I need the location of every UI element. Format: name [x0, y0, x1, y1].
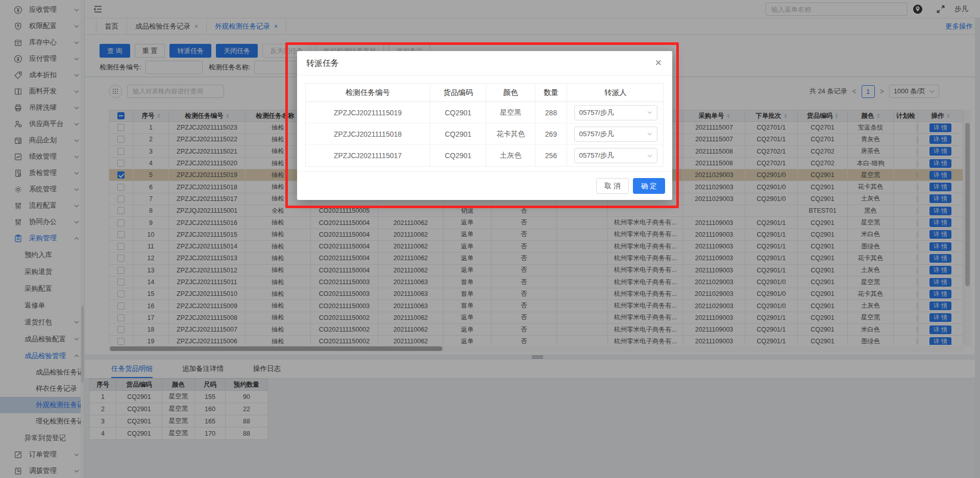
modal-cell: CQ2901 [430, 123, 486, 144]
assignee-select-value: 05757/步凡 [579, 151, 647, 160]
modal-table-row: ZPZJCJ20211115019CQ2901星空黑28805757/步凡 [306, 102, 663, 123]
confirm-button[interactable]: 确 定 [633, 178, 665, 194]
modal-assignee-cell: 05757/步凡 [567, 102, 664, 123]
modal-table-header: 检测任务编号货品编码颜色数量转派人 [306, 84, 663, 102]
app-root: 应收管理权限配置库存中心应付管理成本折扣面料开发吊牌洗唛供应商平台商品企划绩效管… [0, 0, 980, 478]
chevron-down-icon [647, 154, 652, 158]
modal-table: 检测任务编号货品编码颜色数量转派人ZPZJCJ20211115019CQ2901… [305, 83, 664, 167]
modal-cell: CQ2901 [430, 145, 486, 166]
modal-cell: 288 [535, 102, 567, 123]
modal-column-header: 货品编码 [430, 84, 486, 102]
assignee-select[interactable]: 05757/步凡 [574, 148, 657, 163]
modal-cell: 256 [535, 145, 567, 166]
modal-assignee-cell: 05757/步凡 [567, 123, 664, 144]
modal-column-header: 数量 [535, 84, 567, 102]
assignee-select-value: 05757/步凡 [579, 130, 647, 139]
transfer-task-modal: 转派任务 ✕ 检测任务编号货品编码颜色数量转派人ZPZJCJ2021111501… [297, 51, 672, 200]
assignee-select[interactable]: 05757/步凡 [574, 105, 657, 120]
modal-cell: 269 [535, 123, 567, 144]
modal-cell: ZPZJCJ20211115018 [306, 123, 430, 144]
modal-cell: 土灰色 [486, 145, 535, 166]
modal-title: 转派任务 [306, 58, 339, 69]
close-icon[interactable]: ✕ [655, 58, 662, 68]
modal-header: 转派任务 ✕ [297, 51, 672, 76]
cancel-button[interactable]: 取 消 [596, 178, 629, 194]
chevron-down-icon [647, 132, 652, 136]
modal-assignee-cell: 05757/步凡 [567, 145, 664, 166]
modal-footer: 取 消 确 定 [297, 171, 672, 200]
assignee-select[interactable]: 05757/步凡 [574, 127, 657, 142]
modal-column-header: 转派人 [567, 84, 664, 102]
modal-cell: ZPZJCJ20211115019 [306, 102, 430, 123]
modal-cell: 星空黑 [486, 102, 535, 123]
modal-cell: CQ2901 [430, 102, 486, 123]
modal-column-header: 颜色 [486, 84, 535, 102]
assignee-select-value: 05757/步凡 [579, 108, 647, 117]
modal-cell: ZPZJCJ20211115017 [306, 145, 430, 166]
modal-cell: 花卡其色 [486, 123, 535, 144]
modal-table-row: ZPZJCJ20211115017CQ2901土灰色25605757/步凡 [306, 145, 663, 166]
modal-table-row: ZPZJCJ20211115018CQ2901花卡其色26905757/步凡 [306, 123, 663, 145]
modal-column-header: 检测任务编号 [306, 84, 430, 102]
chevron-down-icon [647, 111, 652, 114]
